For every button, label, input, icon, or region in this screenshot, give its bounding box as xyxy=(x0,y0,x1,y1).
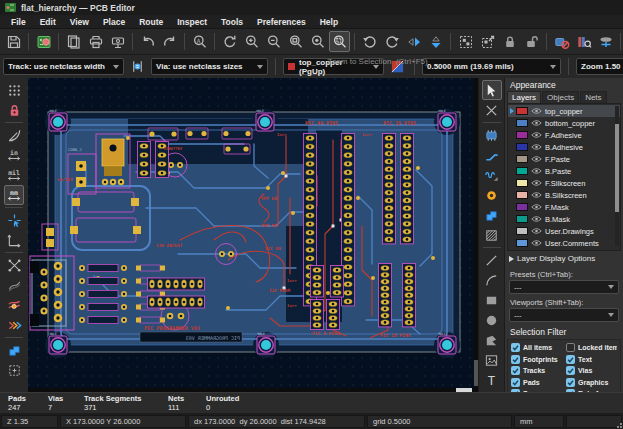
zoom-out-button[interactable] xyxy=(263,31,284,52)
units-mm-button[interactable]: mm xyxy=(4,185,24,205)
checkbox[interactable] xyxy=(566,378,575,387)
filter-pads[interactable]: Pads xyxy=(511,378,563,387)
visibility-eye-icon[interactable] xyxy=(531,155,542,163)
footprint-browser-button[interactable] xyxy=(573,31,594,52)
menu-item-preferences[interactable]: Preferences xyxy=(250,17,313,27)
filter-footprints[interactable]: Footprints xyxy=(511,355,563,364)
layer-display-options[interactable]: Layer Display Options xyxy=(505,251,623,266)
filter-tracks[interactable]: Tracks xyxy=(511,366,563,375)
menu-item-route[interactable]: Route xyxy=(132,17,170,27)
resize-grip[interactable] xyxy=(614,420,622,428)
layer-row-b-mask[interactable]: B.Mask xyxy=(508,213,620,225)
rectangle-tool-button[interactable] xyxy=(482,290,502,310)
route-track-tool-button[interactable] xyxy=(482,145,502,165)
zoom-fit-objects-button[interactable] xyxy=(307,31,328,52)
visibility-eye-icon[interactable] xyxy=(531,143,542,151)
select-tool-button[interactable] xyxy=(482,80,502,100)
canvas-vertical-scrollbar[interactable] xyxy=(474,78,478,392)
menu-item-edit[interactable]: Edit xyxy=(33,17,63,27)
layer-color-swatch[interactable] xyxy=(516,203,528,211)
crosshair-cursor-button[interactable] xyxy=(4,210,24,230)
page-settings-button[interactable] xyxy=(63,31,84,52)
rotate-cw-button[interactable] xyxy=(381,31,402,52)
visibility-eye-icon[interactable] xyxy=(531,215,542,223)
layer-row-bottom_copper[interactable]: bottom_copper xyxy=(508,117,620,129)
ungroup-button[interactable] xyxy=(477,31,498,52)
menu-item-view[interactable]: View xyxy=(63,17,96,27)
flip-horizontal-button[interactable] xyxy=(403,31,424,52)
pcb-canvas[interactable]: CONN_2 xyxy=(28,78,478,392)
layer-row-user-drawings[interactable]: User.Drawings xyxy=(508,225,620,237)
highlight-net-tool-button[interactable] xyxy=(482,100,502,120)
net-color-mode-button[interactable] xyxy=(4,315,24,335)
hide-ratsnest-button[interactable] xyxy=(551,31,572,52)
board-setup-button[interactable] xyxy=(33,31,54,52)
checkbox[interactable] xyxy=(511,355,520,364)
checkbox[interactable] xyxy=(511,366,520,375)
active-layer-dropdown[interactable]: top_copper (PgUp) xyxy=(283,58,384,75)
visibility-eye-icon[interactable] xyxy=(531,119,542,127)
visibility-eye-icon[interactable] xyxy=(531,239,542,247)
via-size-dropdown[interactable]: Via: use netclass sizes xyxy=(151,58,268,75)
layer-row-f-paste[interactable]: F.Paste xyxy=(508,153,620,165)
grid-toggle-button[interactable] xyxy=(4,80,24,100)
zone-tool-button[interactable] xyxy=(482,205,502,225)
redo-button[interactable] xyxy=(159,31,180,52)
layer-color-swatch[interactable] xyxy=(516,155,528,163)
tab-layers[interactable]: Layers xyxy=(507,91,541,103)
filter-text[interactable]: Text xyxy=(566,355,617,364)
undo-button[interactable] xyxy=(137,31,158,52)
layer-pair-icon[interactable] xyxy=(388,57,407,76)
arc-tool-button[interactable] xyxy=(482,270,502,290)
image-tool-button[interactable] xyxy=(482,350,502,370)
visibility-eye-icon[interactable] xyxy=(531,203,542,211)
layer-color-swatch[interactable] xyxy=(516,107,528,115)
visibility-eye-icon[interactable] xyxy=(531,131,542,139)
plot-button[interactable] xyxy=(107,31,128,52)
checkbox[interactable] xyxy=(566,355,575,364)
tab-objects[interactable]: Objects xyxy=(542,91,579,103)
line-tool-button[interactable] xyxy=(482,250,502,270)
visibility-eye-icon[interactable] xyxy=(531,107,542,115)
3d-viewer-button[interactable] xyxy=(595,31,616,52)
rotate-ccw-button[interactable] xyxy=(359,31,380,52)
net-highlight-button[interactable] xyxy=(4,295,24,315)
layer-color-swatch[interactable] xyxy=(516,131,528,139)
layer-row-f-mask[interactable]: F.Mask xyxy=(508,201,620,213)
menu-item-help[interactable]: Help xyxy=(313,17,345,27)
track-width-dropdown[interactable]: Track: use netclass width xyxy=(3,58,124,75)
ratsnest-toggle-button[interactable] xyxy=(4,255,24,275)
layer-color-swatch[interactable] xyxy=(516,215,528,223)
text-tool-button[interactable]: T xyxy=(482,370,502,390)
filter-vias[interactable]: Vias xyxy=(566,366,617,375)
zone-display-button[interactable] xyxy=(4,360,24,380)
polygon-tool-button[interactable] xyxy=(482,330,502,350)
layer-color-swatch[interactable] xyxy=(516,227,528,235)
visibility-eye-icon[interactable] xyxy=(531,191,542,199)
zoom-selection-button[interactable] xyxy=(329,31,350,52)
footprint-tool-button[interactable] xyxy=(482,125,502,145)
layer-row-f-adhesive[interactable]: F.Adhesive xyxy=(508,129,620,141)
refresh-button[interactable] xyxy=(219,31,240,52)
visibility-eye-icon[interactable] xyxy=(531,227,542,235)
filter-locked-items[interactable]: Locked items xyxy=(566,343,617,352)
track-width-icon[interactable] xyxy=(128,57,147,76)
tab-nets[interactable]: Nets xyxy=(580,91,606,103)
layer-color-swatch[interactable] xyxy=(516,119,528,127)
layer-row-f-silkscreen[interactable]: F.Silkscreen xyxy=(508,177,620,189)
filter-graphics[interactable]: Graphics xyxy=(566,378,617,387)
lock-button[interactable] xyxy=(499,31,520,52)
layers-scrollbar[interactable] xyxy=(615,106,619,246)
layer-row-b-silkscreen[interactable]: B.Silkscreen xyxy=(508,189,620,201)
visibility-eye-icon[interactable] xyxy=(531,179,542,187)
menu-item-tools[interactable]: Tools xyxy=(214,17,250,27)
polar-coords-button[interactable] xyxy=(4,125,24,145)
menu-item-place[interactable]: Place xyxy=(96,17,132,27)
filter-all-items[interactable]: All items xyxy=(511,343,563,352)
via-tool-button[interactable] xyxy=(482,185,502,205)
tune-length-tool-button[interactable] xyxy=(482,165,502,185)
visibility-eye-icon[interactable] xyxy=(531,167,542,175)
units-mils-button[interactable]: mil xyxy=(4,165,24,185)
zoom-level-dropdown[interactable]: Zoom 1.50 xyxy=(576,58,623,75)
save-button[interactable] xyxy=(3,31,24,52)
